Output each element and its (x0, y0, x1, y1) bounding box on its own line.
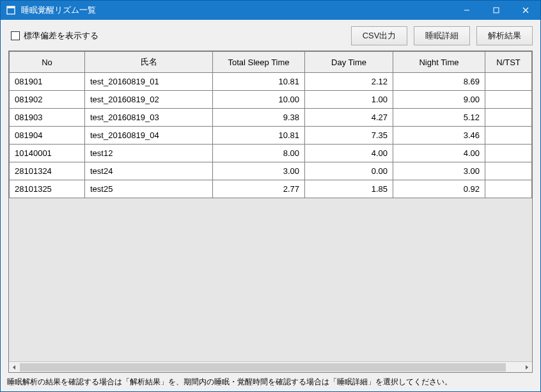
col-night[interactable]: Night Time (393, 52, 485, 73)
status-text: 睡眠解析の結果を確認する場合は「解析結果」を、期間内の睡眠・覚醒時間を確認する場… (7, 377, 452, 386)
cell-name[interactable]: test_20160819_02 (85, 91, 213, 109)
cell-total[interactable]: 3.00 (213, 162, 305, 180)
table-row[interactable]: 28101325test252.771.850.92 (10, 180, 532, 198)
cell-day[interactable]: 4.00 (305, 145, 393, 162)
cell-ntst[interactable] (485, 180, 532, 198)
table-row[interactable]: 10140001test128.004.004.00 (10, 145, 532, 162)
table-row[interactable]: 081901test_20160819_0110.812.128.69 (10, 73, 532, 91)
cell-ntst[interactable] (485, 145, 532, 162)
cell-name[interactable]: test_20160819_01 (85, 73, 213, 91)
csv-export-button[interactable]: CSV出力 (351, 26, 407, 45)
cell-ntst[interactable] (485, 91, 532, 109)
cell-ntst[interactable] (485, 162, 532, 180)
cell-night[interactable]: 4.00 (393, 145, 485, 162)
cell-day[interactable]: 1.00 (305, 91, 393, 109)
cell-no[interactable]: 081902 (10, 91, 85, 109)
window-title: 睡眠覚醒リズム一覧 (21, 4, 452, 16)
data-grid[interactable]: No 氏名 Total Sleep Time Day Time Night Ti… (8, 51, 533, 373)
checkbox-box[interactable] (11, 31, 20, 40)
col-no[interactable]: No (10, 52, 85, 73)
cell-name[interactable]: test12 (85, 145, 213, 162)
cell-no[interactable]: 081904 (10, 127, 85, 145)
toolbar: 標準偏差を表示する CSV出力 睡眠詳細 解析結果 (1, 20, 540, 51)
svg-rect-1 (7, 6, 15, 8)
scroll-thumb[interactable] (20, 363, 506, 372)
button-group: CSV出力 睡眠詳細 解析結果 (351, 26, 533, 45)
cell-name[interactable]: test_20160819_03 (85, 109, 213, 127)
col-ntst[interactable]: N/TST (485, 52, 532, 73)
app-window: 睡眠覚醒リズム一覧 標準偏差を表示する CSV出力 (0, 0, 541, 392)
cell-name[interactable]: test_20160819_04 (85, 127, 213, 145)
header-row: No 氏名 Total Sleep Time Day Time Night Ti… (10, 52, 532, 73)
checkbox-label: 標準偏差を表示する (24, 30, 98, 42)
cell-ntst[interactable] (485, 109, 532, 127)
cell-night[interactable]: 8.69 (393, 73, 485, 91)
cell-day[interactable]: 2.12 (305, 73, 393, 91)
sleep-detail-button[interactable]: 睡眠詳細 (414, 26, 470, 45)
cell-name[interactable]: test24 (85, 162, 213, 180)
cell-total[interactable]: 2.77 (213, 180, 305, 198)
scroll-right-arrow[interactable] (521, 362, 532, 373)
cell-ntst[interactable] (485, 127, 532, 145)
show-stddev-checkbox[interactable]: 標準偏差を表示する (11, 30, 351, 42)
table-row[interactable]: 28101324test243.000.003.00 (10, 162, 532, 180)
cell-no[interactable]: 28101325 (10, 180, 85, 198)
grid-empty-area (9, 198, 532, 361)
cell-total[interactable]: 9.38 (213, 109, 305, 127)
cell-day[interactable]: 1.85 (305, 180, 393, 198)
cell-night[interactable]: 5.12 (393, 109, 485, 127)
client-area: 標準偏差を表示する CSV出力 睡眠詳細 解析結果 (1, 20, 540, 391)
cell-day[interactable]: 7.35 (305, 127, 393, 145)
cell-total[interactable]: 10.81 (213, 73, 305, 91)
table-row[interactable]: 081903test_20160819_039.384.275.12 (10, 109, 532, 127)
cell-day[interactable]: 4.27 (305, 109, 393, 127)
cell-no[interactable]: 10140001 (10, 145, 85, 162)
cell-total[interactable]: 8.00 (213, 145, 305, 162)
cell-night[interactable]: 9.00 (393, 91, 485, 109)
titlebar[interactable]: 睡眠覚醒リズム一覧 (1, 1, 540, 20)
close-button[interactable] (511, 1, 540, 20)
cell-no[interactable]: 081903 (10, 109, 85, 127)
window-controls (452, 1, 540, 20)
cell-total[interactable]: 10.81 (213, 127, 305, 145)
cell-total[interactable]: 10.00 (213, 91, 305, 109)
status-bar: 睡眠解析の結果を確認する場合は「解析結果」を、期間内の睡眠・覚醒時間を確認する場… (1, 373, 540, 391)
col-day[interactable]: Day Time (305, 52, 393, 73)
col-name[interactable]: 氏名 (85, 52, 213, 73)
cell-day[interactable]: 0.00 (305, 162, 393, 180)
cell-night[interactable]: 0.92 (393, 180, 485, 198)
cell-no[interactable]: 081901 (10, 73, 85, 91)
table-row[interactable]: 081904test_20160819_0410.817.353.46 (10, 127, 532, 145)
analysis-result-button[interactable]: 解析結果 (476, 26, 533, 45)
cell-night[interactable]: 3.00 (393, 162, 485, 180)
scroll-left-arrow[interactable] (9, 362, 20, 373)
data-table: No 氏名 Total Sleep Time Day Time Night Ti… (9, 51, 532, 198)
table-row[interactable]: 081902test_20160819_0210.001.009.00 (10, 91, 532, 109)
cell-name[interactable]: test25 (85, 180, 213, 198)
app-icon (6, 5, 16, 15)
svg-marker-7 (526, 365, 528, 370)
col-total[interactable]: Total Sleep Time (213, 52, 305, 73)
cell-night[interactable]: 3.46 (393, 127, 485, 145)
horizontal-scrollbar[interactable] (9, 361, 532, 372)
minimize-button[interactable] (452, 1, 482, 20)
svg-rect-3 (494, 8, 499, 13)
maximize-button[interactable] (482, 1, 511, 20)
svg-marker-6 (13, 365, 15, 370)
cell-ntst[interactable] (485, 73, 532, 91)
cell-no[interactable]: 28101324 (10, 162, 85, 180)
scroll-track[interactable] (20, 362, 521, 372)
